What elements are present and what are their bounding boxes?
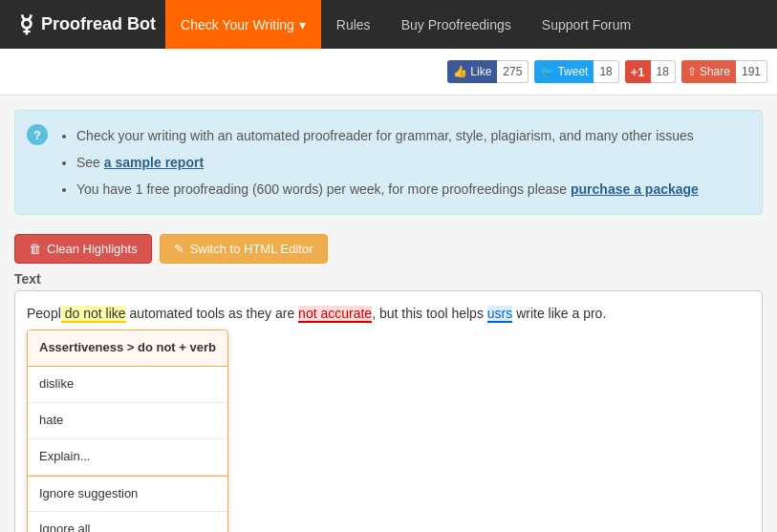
nav-items: Check Your Writing ▾ Rules Buy Proofreed…: [165, 0, 646, 49]
social-bar: 👍 Like 275 🐦 Tweet 18 +1 18 ⇧ Share 191: [0, 49, 777, 96]
tweet-button[interactable]: 🐦 Tweet 18: [534, 60, 618, 83]
info-list: Check your writing with an automated pro…: [59, 122, 699, 202]
suggestion-dropdown: Assertiveness > do not + verb dislike ha…: [27, 330, 228, 532]
dropdown-item-explain[interactable]: Explain...: [28, 439, 227, 476]
brand-label: Proofread Bot: [41, 14, 156, 34]
edit-icon: ✎: [174, 242, 184, 256]
robot-icon: ☿: [19, 11, 33, 38]
dropdown-item-ignore-suggestion[interactable]: Ignore suggestion: [28, 476, 227, 513]
text-box[interactable]: Peopl do not like automated tools as the…: [14, 290, 763, 532]
thumbsup-icon: 👍: [453, 65, 467, 78]
nav-buy[interactable]: Buy Proofreedings: [386, 0, 527, 49]
info-item-1: Check your writing with an automated pro…: [76, 122, 699, 149]
text-content: Peopl do not like automated tools as the…: [27, 303, 750, 324]
text-do-not-like: do not like: [61, 306, 126, 323]
text-label: Text: [0, 271, 777, 290]
text-write: write like a pro.: [512, 306, 606, 321]
nav-rules[interactable]: Rules: [321, 0, 386, 49]
nav-check-writing[interactable]: Check Your Writing ▾: [165, 0, 321, 49]
text-not-accurate: not accurate: [298, 306, 372, 323]
dropdown-item-ignore-all[interactable]: Ignore all: [28, 512, 227, 532]
brand[interactable]: ☿ Proofread Bot: [10, 11, 165, 38]
navbar: ☿ Proofread Bot Check Your Writing ▾ Rul…: [0, 0, 777, 49]
like-count: 275: [497, 60, 529, 83]
tweet-count: 18: [594, 60, 618, 83]
trash-icon: 🗑: [29, 242, 41, 256]
like-button[interactable]: 👍 Like 275: [447, 60, 529, 83]
twitter-icon: 🐦: [540, 65, 554, 78]
info-box: ? Check your writing with an automated p…: [14, 110, 763, 215]
chevron-down-icon: ▾: [299, 17, 306, 32]
share-count: 191: [736, 60, 767, 83]
dropdown-item-hate[interactable]: hate: [28, 403, 227, 439]
dropdown-item-dislike[interactable]: dislike: [28, 367, 227, 403]
gplus-button[interactable]: +1 18: [625, 60, 676, 83]
info-item-2: See a sample report: [76, 149, 699, 176]
action-bar: 🗑 Clean Highlights ✎ Switch to HTML Edit…: [0, 229, 777, 271]
purchase-link[interactable]: purchase a package: [571, 181, 699, 197]
text-usrs: usrs: [487, 306, 512, 323]
share-button[interactable]: ⇧ Share 191: [681, 60, 767, 83]
gplus-count: 18: [651, 60, 676, 83]
info-item-3: You have 1 free proofreading (600 words)…: [76, 176, 699, 202]
text-peopl: Peopl: [27, 306, 61, 321]
text-but: , but this tool helps: [372, 306, 487, 321]
nav-support[interactable]: Support Forum: [527, 0, 646, 49]
dropdown-header: Assertiveness > do not + verb: [28, 330, 227, 367]
text-automated: automated tools as they are: [126, 306, 299, 321]
switch-html-button[interactable]: ✎ Switch to HTML Editor: [160, 234, 328, 264]
share-icon: ⇧: [687, 65, 697, 78]
sample-report-link[interactable]: a sample report: [104, 155, 204, 170]
clean-highlights-button[interactable]: 🗑 Clean Highlights: [14, 234, 152, 264]
question-icon: ?: [27, 124, 48, 145]
